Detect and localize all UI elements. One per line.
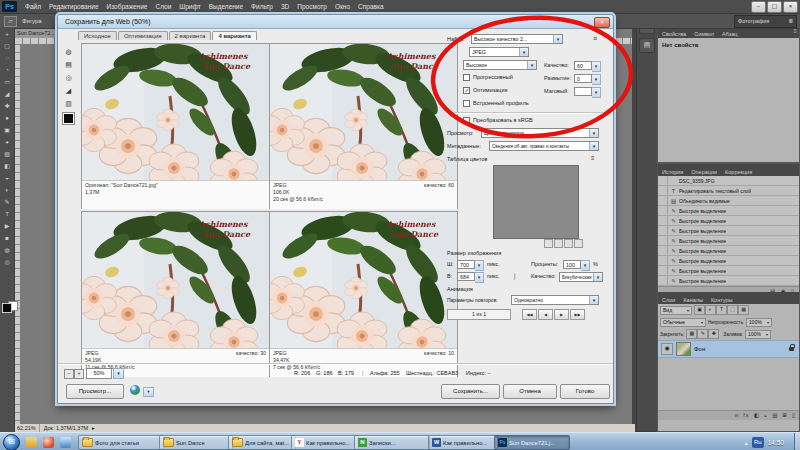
histogram-panel-icon[interactable]: ▤	[639, 38, 655, 53]
zoom-out-icon[interactable]: –	[64, 369, 74, 379]
preview-pane-q60[interactable]: JPEGкачество: 60 106,0K 20 сек @ 56,6 Кб…	[269, 43, 458, 209]
history-source-checkbox[interactable]	[658, 196, 668, 205]
hand-tool[interactable]: ◍	[62, 46, 75, 58]
delete-layer-icon[interactable]: ▯	[792, 412, 796, 418]
crop-tool[interactable]: ▭	[0, 76, 14, 88]
add-color-icon[interactable]	[564, 239, 573, 248]
brush-tool[interactable]: ●	[0, 112, 14, 124]
preset-select[interactable]: Высокое качество 2...	[471, 34, 563, 44]
panel-tab[interactable]: Слои	[658, 296, 679, 304]
display-mode-tab[interactable]: Оптимизация	[118, 31, 168, 40]
close-button[interactable]: ×	[783, 1, 798, 13]
matte-color-swatch[interactable]	[63, 113, 74, 124]
layer-thumbnail[interactable]	[676, 342, 691, 356]
menu-item[interactable]: Файл	[21, 0, 45, 13]
shape-tool[interactable]: ■	[0, 232, 14, 244]
zoom-in-icon[interactable]: +	[74, 369, 84, 379]
menu-item[interactable]: Выделение	[205, 0, 247, 13]
blend-mode-select[interactable]: Обычные	[660, 318, 706, 327]
hand-tool[interactable]: ◍	[0, 244, 14, 256]
panel-tab[interactable]: Каналы	[679, 296, 707, 304]
taskbar-button[interactable]: Sun Dance	[159, 435, 233, 450]
blur-tool[interactable]: ◒	[0, 172, 14, 184]
show-desktop-button[interactable]	[794, 433, 800, 450]
menu-item[interactable]: Фильтр	[247, 0, 277, 13]
menu-item[interactable]: 3D	[277, 0, 293, 13]
quick-selection-tool[interactable]: ◔	[0, 64, 14, 76]
foreground-color-swatch[interactable]	[2, 303, 12, 313]
eyedropper-tool[interactable]: ◢	[0, 88, 14, 100]
chevron-down-icon[interactable]: ▾	[143, 387, 154, 397]
percent-input[interactable]: 100	[563, 260, 590, 271]
type-tool[interactable]: T	[0, 208, 14, 220]
taskbar-button[interactable]: Для сайта, маг...	[228, 435, 296, 450]
quick-launch-folder-icon[interactable]	[26, 437, 37, 448]
taskbar-button[interactable]: N Записки...	[354, 435, 430, 450]
slice-select-tool[interactable]: ▤	[62, 59, 75, 71]
taskbar-button-active[interactable]: Ps Sun Dance721.j...	[494, 435, 570, 450]
history-source-checkbox[interactable]	[658, 266, 668, 275]
eraser-tool[interactable]: ▨	[0, 148, 14, 160]
display-mode-tab[interactable]: 4 варианта	[212, 31, 257, 40]
minimize-button[interactable]: –	[751, 1, 766, 13]
filter-pixel-layers-icon[interactable]: ▣	[694, 305, 705, 315]
history-source-checkbox[interactable]	[658, 216, 668, 225]
taskbar-button[interactable]: Y Как правильно...	[291, 435, 359, 450]
layer-filter-select[interactable]: Вид	[660, 306, 692, 315]
menu-item[interactable]: Редактирование	[45, 0, 103, 13]
browser-icon[interactable]	[130, 385, 140, 395]
lasso-tool[interactable]: ◌	[0, 52, 14, 64]
lock-paint-icon[interactable]: ✎	[697, 329, 708, 339]
history-source-checkbox[interactable]	[658, 276, 668, 285]
taskbar-clock[interactable]: 14:50	[768, 439, 784, 446]
display-mode-tab[interactable]: Исходное	[78, 31, 117, 40]
zoom-tool[interactable]: ◎	[62, 72, 75, 84]
adjustment-layer-icon[interactable]: ◒	[764, 412, 768, 418]
dialog-title-bar[interactable]: Сохранить для Web (50%) ×	[58, 15, 613, 29]
preview-in-browser-button[interactable]: Просмотр...	[66, 384, 124, 399]
panel-tab[interactable]: Символ	[690, 30, 718, 38]
move-tool[interactable]: +	[0, 28, 14, 40]
panel-menu-icon[interactable]: ≡	[593, 35, 597, 42]
done-button[interactable]: Готово	[560, 384, 610, 399]
history-step[interactable]: ✎ Быстрое выделение	[658, 226, 799, 236]
filter-adjustment-layers-icon[interactable]: ◐	[705, 305, 716, 315]
layer-row-background[interactable]: ◉ Фон	[658, 340, 799, 358]
filter-shape-layers-icon[interactable]: ⬚	[727, 305, 738, 315]
metadata-select[interactable]: Сведения об авт. правах и контакты	[489, 141, 599, 151]
preview-pane-q30[interactable]: JPEGкачество: 30 54,19K 11 сек @ 56,6 Кб…	[81, 211, 270, 377]
next-frame-icon[interactable]: ▶	[554, 309, 569, 320]
history-source-checkbox[interactable]	[658, 246, 668, 255]
zoom-tool[interactable]: ◎	[0, 256, 14, 268]
history-step[interactable]: ✎ Быстрое выделение	[658, 276, 799, 286]
workspace-switcher[interactable]: Фотография≣	[734, 15, 797, 28]
quick-launch-browser-icon[interactable]	[43, 437, 54, 448]
optimized-checkbox[interactable]	[463, 87, 470, 94]
layer-group-icon[interactable]: ▤	[772, 412, 778, 418]
history-step[interactable]: ✎ Быстрое выделение	[658, 246, 799, 256]
tool-mode-label[interactable]: Фигура	[22, 18, 42, 24]
menu-item[interactable]: Окно	[331, 0, 354, 13]
embedded-profile-checkbox[interactable]	[463, 100, 470, 107]
history-source-checkbox[interactable]	[658, 236, 668, 245]
taskbar-button[interactable]: W Как правильно...	[428, 435, 498, 450]
filter-smart-objects-icon[interactable]: ▦	[738, 305, 749, 315]
lock-color-icon[interactable]	[554, 239, 563, 248]
lock-transparency-icon[interactable]: ▩	[686, 329, 697, 339]
preview-pane-original[interactable]: Оригинал: "Sun Dance721.jpg" 1,37M	[81, 43, 270, 209]
blur-stepper[interactable]: 0	[574, 74, 601, 85]
toggle-slices-visibility[interactable]: ▥	[62, 98, 75, 110]
zoom-level[interactable]: 62,21%	[17, 424, 40, 432]
resample-select[interactable]: Бикубическая	[559, 272, 603, 282]
eyedropper-tool[interactable]: ◢	[62, 85, 75, 97]
panel-tab[interactable]: Контуры	[707, 296, 737, 304]
new-layer-icon[interactable]: ⊞	[782, 412, 788, 418]
menu-item[interactable]: Справка	[354, 0, 388, 13]
taskbar-button[interactable]: Фото для статьи	[78, 435, 164, 450]
filter-type-layers-icon[interactable]: T	[716, 305, 727, 315]
fill-input[interactable]: 100%	[745, 330, 771, 339]
history-step[interactable]: ▤ Объединить видимые	[658, 196, 799, 206]
width-input[interactable]: 700	[457, 260, 484, 271]
history-source-checkbox[interactable]	[658, 206, 668, 215]
restore-button[interactable]: ▢	[767, 1, 782, 13]
